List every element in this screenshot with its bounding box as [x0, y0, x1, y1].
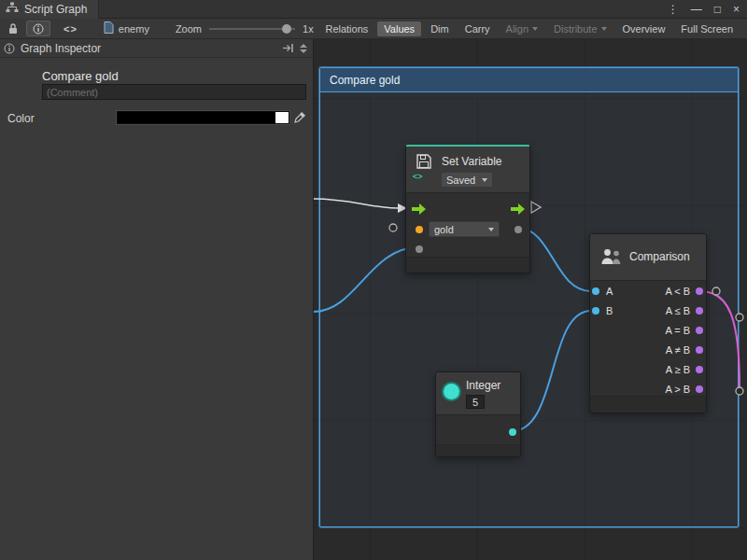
input-port-b[interactable]	[592, 307, 599, 315]
color-alpha-strip	[275, 112, 289, 123]
carry-button[interactable]: Carry	[458, 21, 497, 36]
comparison-header[interactable]: Comparison	[590, 234, 706, 281]
graph-inspector-panel: Graph Inspector Compare gold Color	[0, 39, 313, 560]
output-port[interactable]	[696, 346, 703, 354]
comparison-input-b[interactable]: B	[590, 301, 613, 320]
caret-down-icon	[532, 27, 538, 31]
chevron-up-icon	[300, 44, 307, 48]
distribute-dropdown-button[interactable]: Distribute	[547, 21, 613, 36]
color-swatch[interactable]	[117, 111, 289, 124]
output-port[interactable]	[696, 287, 703, 295]
node-footer	[406, 257, 529, 273]
code-view-toggle[interactable]: <>	[63, 23, 78, 35]
comparison-people-icon	[599, 247, 624, 268]
lock-icon[interactable]	[4, 21, 22, 37]
unity-script-graph-window: Script Graph ⋮ — □ × <>	[0, 0, 747, 560]
graph-inspector-header: Graph Inspector	[0, 39, 313, 58]
node-title: Set Variable	[442, 155, 501, 168]
set-variable-header[interactable]: <> Set Variable Saved	[406, 147, 529, 193]
variable-code-icon: <>	[413, 172, 423, 181]
graph-toolbar: <> enemy Zoom 1x Relations Values Dim Ca…	[0, 19, 747, 39]
window-menu-icon[interactable]: ⋮	[668, 3, 679, 16]
zoom-value: 1x	[303, 23, 314, 35]
node-title: Integer	[466, 379, 500, 392]
tab-title: Script Graph	[24, 3, 87, 16]
script-file-icon	[104, 21, 114, 35]
tab-script-graph[interactable]: Script Graph	[0, 0, 99, 19]
align-dropdown-button[interactable]: Align	[500, 21, 544, 36]
node-footer	[436, 444, 520, 456]
graph-reference[interactable]: enemy	[104, 21, 149, 35]
graph-name-label: enemy	[119, 23, 149, 35]
caret-down-icon	[488, 228, 494, 231]
output-port[interactable]	[696, 327, 703, 334]
caret-down-icon	[482, 178, 487, 182]
integer-circle-icon	[444, 384, 459, 399]
node-comparison[interactable]: Comparison A B A < B A ≤ B A = B	[589, 233, 707, 413]
group-header[interactable]: Compare gold	[320, 68, 738, 92]
chevron-down-icon	[300, 49, 307, 53]
info-icon	[4, 43, 15, 54]
toolbar-buttons: Relations Values Dim Carry Align Distrib…	[318, 21, 743, 36]
minimize-icon[interactable]: —	[691, 3, 702, 16]
integer-output-port[interactable]	[509, 428, 516, 436]
relations-button[interactable]: Relations	[318, 21, 374, 36]
node-set-variable[interactable]: <> Set Variable Saved gold	[405, 145, 530, 273]
inspect-toggle-button[interactable]	[26, 21, 50, 36]
title-bar: Script Graph ⋮ — □ ×	[0, 0, 747, 19]
comparison-output-row[interactable]: A ≤ B	[666, 301, 703, 320]
output-port[interactable]	[696, 385, 703, 393]
comparison-output-row[interactable]: A = B	[665, 320, 703, 340]
integer-value-field[interactable]: 5	[466, 395, 485, 409]
caret-down-icon	[601, 27, 607, 31]
output-port[interactable]	[696, 366, 703, 373]
window-controls: ⋮ — □ ×	[668, 3, 747, 16]
graph-inspector-title: Graph Inspector	[21, 42, 101, 55]
eyedropper-icon[interactable]	[294, 110, 306, 127]
dock-right-icon[interactable]	[282, 43, 294, 53]
graph-title-label: Compare gold	[42, 69, 119, 83]
variable-kind-dropdown[interactable]: Saved	[441, 172, 493, 188]
comparison-input-a[interactable]: A	[590, 281, 613, 301]
zoom-slider-knob[interactable]	[282, 24, 291, 34]
variable-name-port[interactable]	[416, 226, 423, 233]
comparison-output-row[interactable]: A ≠ B	[666, 340, 703, 359]
flow-in-arrow-icon[interactable]	[412, 203, 427, 217]
variable-name-dropdown[interactable]: gold	[429, 221, 500, 237]
dim-button[interactable]: Dim	[424, 21, 456, 36]
info-icon	[33, 23, 44, 35]
node-title: Comparison	[629, 250, 690, 263]
overview-button[interactable]: Overview	[616, 21, 672, 36]
script-graph-icon	[6, 2, 19, 16]
node-footer	[590, 396, 706, 413]
comparison-output-row[interactable]: A ≥ B	[666, 359, 703, 379]
input-port-a[interactable]	[592, 287, 599, 295]
color-field-label: Color	[7, 112, 35, 125]
value-output-port[interactable]	[514, 226, 522, 233]
zoom-slider[interactable]	[209, 22, 295, 35]
integer-header[interactable]: Integer 5	[436, 372, 520, 415]
values-button[interactable]: Values	[377, 21, 421, 36]
flow-out-arrow-icon[interactable]	[511, 203, 526, 217]
value-input-port[interactable]	[416, 245, 423, 253]
maximize-icon[interactable]: □	[714, 3, 721, 16]
close-icon[interactable]: ×	[733, 3, 740, 16]
output-port[interactable]	[696, 307, 703, 315]
full-screen-button[interactable]: Full Screen	[674, 21, 740, 36]
graph-canvas[interactable]: Compare gold	[313, 39, 747, 560]
zoom-label: Zoom	[176, 23, 202, 35]
comparison-output-row[interactable]: A < B	[665, 281, 703, 301]
comment-input[interactable]	[42, 84, 306, 100]
node-integer[interactable]: Integer 5	[435, 371, 521, 457]
panel-resize-handle[interactable]	[300, 44, 309, 53]
group-title: Compare gold	[330, 74, 400, 87]
save-floppy-icon	[415, 152, 433, 173]
